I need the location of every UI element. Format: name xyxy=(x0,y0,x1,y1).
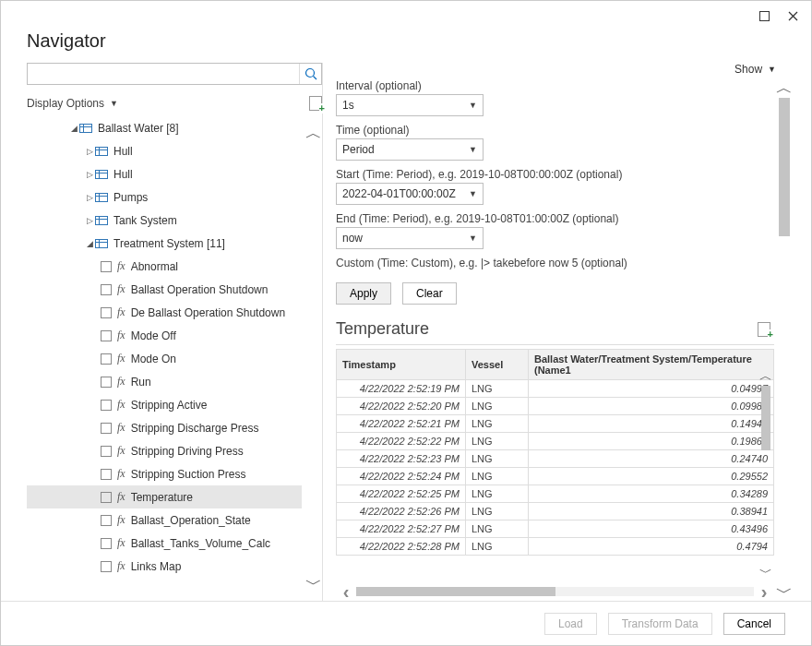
table-vertical-scrollbar[interactable]: ︿ ﹀ xyxy=(758,369,774,580)
tree-node-abnormal[interactable]: fxAbnormal xyxy=(27,255,302,278)
checkbox[interactable] xyxy=(101,330,112,341)
chevron-up-icon[interactable]: ︿ xyxy=(776,79,793,96)
cell-value: 0.14943 xyxy=(529,415,774,433)
checkbox[interactable] xyxy=(101,377,112,388)
show-dropdown[interactable]: Show ▼ xyxy=(734,63,776,76)
table-row[interactable]: 4/22/2022 2:52:22 PMLNG0.19866 xyxy=(337,433,774,450)
checkbox[interactable] xyxy=(101,469,112,480)
tree-node-treatment-system[interactable]: ◢Treatment System [11] xyxy=(27,232,302,255)
tree-node-hull[interactable]: ▷Hull xyxy=(27,162,302,185)
tree-node-run[interactable]: fxRun xyxy=(27,370,302,393)
start-combo[interactable]: 2022-04-01T00:00:00Z▼ xyxy=(336,183,484,205)
load-button[interactable]: Load xyxy=(544,613,597,635)
chevron-down-icon[interactable]: ﹀ xyxy=(776,584,793,601)
tree-node-tank-system[interactable]: ▷Tank System xyxy=(27,209,302,232)
tree-node-stripping-discharge-press[interactable]: fxStripping Discharge Press xyxy=(27,416,302,439)
add-sheet-icon[interactable] xyxy=(758,322,770,337)
fx-icon: fx xyxy=(117,421,125,435)
add-sheet-icon[interactable] xyxy=(309,96,322,111)
scroll-thumb[interactable] xyxy=(779,98,790,236)
cancel-button[interactable]: Cancel xyxy=(723,613,785,635)
tree-node-temperature[interactable]: fxTemperature xyxy=(27,485,302,508)
checkbox[interactable] xyxy=(101,492,112,503)
time-combo[interactable]: Period▼ xyxy=(336,138,484,161)
fx-icon: fx xyxy=(117,536,125,550)
search-icon[interactable] xyxy=(299,64,321,84)
col-value[interactable]: Ballast Water/Treatment System/Temperatu… xyxy=(529,350,774,380)
cell-timestamp: 4/22/2022 2:52:21 PM xyxy=(337,415,466,433)
table-row[interactable]: 4/22/2022 2:52:19 PMLNG0.04997 xyxy=(337,380,774,398)
chevron-right-icon[interactable]: › xyxy=(754,582,774,601)
fx-icon: fx xyxy=(117,375,125,389)
chevron-down-icon[interactable]: ﹀ xyxy=(759,566,772,580)
table-icon xyxy=(79,124,92,133)
tree-node-pumps[interactable]: ▷Pumps xyxy=(27,185,302,209)
tree-node-de-ballast-op-shutdown[interactable]: fxDe Ballast Operation Shutdown xyxy=(27,301,302,324)
tree-node-stripping-suction-press[interactable]: fxStripping Suction Press xyxy=(27,462,302,485)
checkbox[interactable] xyxy=(101,400,112,411)
tree-node-ballast-tanks-volume-calc[interactable]: fxBallast_Tanks_Volume_Calc xyxy=(27,532,302,555)
left-pane: Display Options ▼ ◢Ballast Water [8] ▷Hu… xyxy=(27,63,322,601)
cell-value: 0.04997 xyxy=(529,380,774,398)
checkbox[interactable] xyxy=(101,261,112,272)
table-icon xyxy=(95,170,108,179)
search-input[interactable] xyxy=(28,64,299,84)
cell-value: 0.38941 xyxy=(529,503,774,520)
clear-button[interactable]: Clear xyxy=(402,282,457,305)
checkbox[interactable] xyxy=(101,307,112,318)
table-horizontal-scrollbar[interactable]: ‹ › xyxy=(336,582,774,601)
end-combo[interactable]: now▼ xyxy=(336,227,484,249)
chevron-left-icon[interactable]: ‹ xyxy=(336,582,356,601)
tree-node-stripping-active[interactable]: fxStripping Active xyxy=(27,393,302,416)
maximize-icon[interactable] xyxy=(759,11,770,21)
close-icon[interactable] xyxy=(788,11,798,21)
checkbox[interactable] xyxy=(101,446,112,457)
fx-icon: fx xyxy=(117,329,125,342)
table-row[interactable]: 4/22/2022 2:52:21 PMLNG0.14943 xyxy=(337,415,774,433)
table-row[interactable]: 4/22/2022 2:52:20 PMLNG0.09983 xyxy=(337,398,774,415)
tree-node-mode-off[interactable]: fxMode Off xyxy=(27,324,302,347)
checkbox[interactable] xyxy=(101,284,112,295)
search-box[interactable] xyxy=(27,63,322,85)
table-row[interactable]: 4/22/2022 2:52:26 PMLNG0.38941 xyxy=(337,503,774,520)
tree-node-ballast-op-shutdown[interactable]: fxBallast Operation Shutdown xyxy=(27,278,302,301)
chevron-up-icon[interactable]: ︿ xyxy=(305,122,322,144)
tree-node-mode-on[interactable]: fxMode On xyxy=(27,347,302,370)
tree-label: Stripping Driving Press xyxy=(131,445,244,458)
apply-button[interactable]: Apply xyxy=(336,282,391,305)
checkbox[interactable] xyxy=(101,561,112,572)
table-row[interactable]: 4/22/2022 2:52:27 PMLNG0.43496 xyxy=(337,520,774,538)
scroll-thumb[interactable] xyxy=(356,587,555,596)
checkbox[interactable] xyxy=(101,423,112,434)
tree-scrollbar[interactable]: ︿ ﹀ xyxy=(305,116,322,601)
col-vessel[interactable]: Vessel xyxy=(466,350,529,380)
chevron-down-icon[interactable]: ﹀ xyxy=(305,573,322,595)
table-row[interactable]: 4/22/2022 2:52:23 PMLNG0.24740 xyxy=(337,450,774,468)
transform-data-button[interactable]: Transform Data xyxy=(608,613,712,635)
col-timestamp[interactable]: Timestamp xyxy=(337,350,466,380)
scroll-thumb[interactable] xyxy=(761,386,770,450)
right-pane-scrollbar[interactable]: ︿ ﹀ xyxy=(774,79,794,601)
cell-timestamp: 4/22/2022 2:52:19 PM xyxy=(337,380,466,398)
divider xyxy=(322,63,323,601)
fx-icon: fx xyxy=(117,305,125,319)
checkbox[interactable] xyxy=(101,538,112,549)
tree-node-hull[interactable]: ▷Hull xyxy=(27,139,302,162)
fx-icon: fx xyxy=(117,259,125,273)
tree-node-ballast-water[interactable]: ◢Ballast Water [8] xyxy=(27,116,302,139)
tree-node-stripping-driving-press[interactable]: fxStripping Driving Press xyxy=(27,439,302,462)
fx-icon: fx xyxy=(117,513,125,527)
table-row[interactable]: 4/22/2022 2:52:25 PMLNG0.34289 xyxy=(337,485,774,503)
tree-node-links-map[interactable]: fxLinks Map xyxy=(27,555,302,578)
checkbox[interactable] xyxy=(101,353,112,365)
table-row[interactable]: 4/22/2022 2:52:24 PMLNG0.29552 xyxy=(337,468,774,485)
checkbox[interactable] xyxy=(101,515,112,526)
display-options-dropdown[interactable]: Display Options ▼ xyxy=(27,97,118,110)
chevron-up-icon[interactable]: ︿ xyxy=(759,369,772,384)
interval-combo[interactable]: 1s▼ xyxy=(336,94,484,116)
tree-node-ballast-operation-state[interactable]: fxBallast_Operation_State xyxy=(27,508,302,532)
page-title: Navigator xyxy=(27,30,785,52)
cell-value: 0.43496 xyxy=(529,520,774,538)
tree-label: Temperature xyxy=(131,491,193,504)
table-row[interactable]: 4/22/2022 2:52:28 PMLNG0.4794 xyxy=(337,538,774,556)
